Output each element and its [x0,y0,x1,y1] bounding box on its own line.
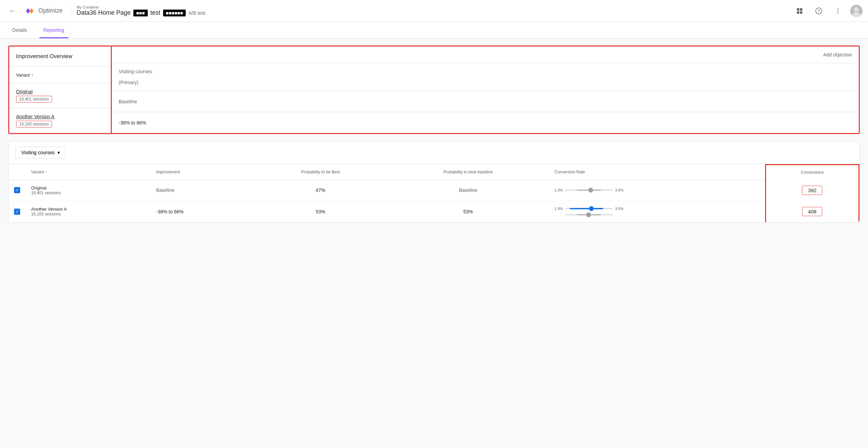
row1-conversion-box: 392 [802,186,822,195]
another-row: Another Version A 16,165 sessions [9,108,111,133]
more-button[interactable] [831,4,845,18]
svg-rect-2 [800,8,802,11]
data-table-card: Visiting courses ▾ Variant ↑ Improvement… [8,141,860,223]
overview-title: Improvement Overview [9,47,111,67]
visiting-courses-dropdown[interactable]: Visiting courses ▾ [15,147,66,158]
row2-rate-row-blue: 1.9% 3.9% [554,207,759,211]
grid-button[interactable] [793,4,806,18]
row1-slider-thumb [588,188,593,193]
improvement-overview-card: Improvement Overview Variant ↑ Original … [8,45,860,134]
badge2: ■■■■■■ [163,10,186,16]
original-row: Original 16,401 sessions [9,83,111,108]
row2-conversion-box: 408 [802,207,822,216]
row2-checkbox: ✓ [9,201,26,222]
original-sessions-text: 16,401 sessions [31,190,145,195]
svg-rect-1 [797,8,799,11]
svg-point-9 [838,12,839,13]
svg-text:?: ? [817,9,820,14]
checkbox-another[interactable]: ✓ [14,209,20,215]
experiment-name: Data36 Home Page [77,9,131,16]
original-improvement-row: Baseline [112,91,859,112]
row1-rate-row: 1.9% 3.8% [554,188,759,192]
row1-conversions: 392 [765,180,859,201]
row2-conversion-rate: 1.9% 3.9% 1.9% [549,201,765,222]
row2-slider-track-blue [565,208,613,209]
overview-grid: Improvement Overview Variant ↑ Original … [9,47,859,133]
svg-point-7 [838,8,839,9]
row1-prob-baseline: Baseline [387,180,549,201]
row2-prob-baseline: 53% [387,201,549,222]
user-avatar[interactable] [850,5,863,17]
th-checkbox [9,165,26,180]
row2-rate-max: 3.9% [615,207,623,211]
row2-slider-thumb-gray [586,212,591,217]
another-sessions-badge: 16,165 sessions [16,121,52,128]
row1-prob-best: 47% [254,180,387,201]
row1-conversion-rate: 1.9% 3.8% [549,180,765,201]
row2-slider-track-gray [565,214,613,215]
row2-variant: Another Version A 16,165 sessions [26,201,151,222]
row1-rate-max: 3.8% [615,188,623,192]
row1-variant: Original 16,401 sessions [26,180,151,201]
original-name: Original [16,89,104,94]
row1-improvement: Baseline [151,180,254,201]
row2-rate-row-gray: 1.9% 3.9% [554,213,759,217]
results-table: Variant ↑ Improvement Probability to be … [9,164,859,222]
th-conversions: Conversions [765,165,859,180]
th-improvement: Improvement [151,165,254,180]
data-card-header: Visiting courses ▾ [9,141,859,164]
th-variant: Variant ↑ [26,165,151,180]
th-conversion-rate: Conversion Rate [549,165,765,180]
experiment-title: Data36 Home Page ■■■ test ■■■■■■ A/B tes… [77,9,793,16]
row1-slider-track [565,189,613,191]
table-header-row: Variant ↑ Improvement Probability to be … [9,165,859,180]
checkbox-original[interactable]: ✓ [14,187,20,193]
another-name: Another Version A [16,114,104,119]
header-actions: ? [793,4,863,18]
experiment-info: My Container Data36 Home Page ■■■ test ■… [77,5,793,16]
row2-slider-fill-blue [570,208,603,209]
another-sessions-text: 16,165 sessions [31,212,145,216]
row2-slider-thumb-blue [589,206,594,211]
help-button[interactable]: ? [812,4,826,18]
row2-prob-best: 53% [254,201,387,222]
svg-point-11 [854,7,859,12]
dropdown-chevron-icon: ▾ [57,150,60,155]
logo: Optimize [23,5,63,17]
svg-rect-4 [800,11,802,14]
th-prob-best: Probability to be Best [254,165,387,180]
row2-rate-wrapper: 1.9% 3.9% 1.9% [554,207,759,217]
overview-left-col: Improvement Overview Variant ↑ Original … [9,47,112,133]
svg-rect-3 [797,11,799,14]
table-row: ✓ Another Version A 16,165 sessions -38%… [9,201,859,222]
tab-reporting[interactable]: Reporting [39,22,68,38]
row1-checkbox: ✓ [9,180,26,201]
add-objective[interactable]: Add objective [112,47,859,63]
row1-rate-min: 1.9% [554,188,563,192]
original-sessions-badge: 16,401 sessions [16,96,52,103]
another-improvement-row: -38% to 66% [112,112,859,133]
original-improvement-value: Baseline [119,99,137,104]
visiting-courses-label: Visiting courses (Primary) [119,69,152,85]
tab-bar: Details Reporting [0,22,868,39]
visiting-header-row: Visiting courses (Primary) [112,63,859,91]
svg-point-8 [838,10,839,11]
variant-col-header: Variant ↑ [16,73,33,78]
back-button[interactable]: ← [5,4,19,18]
tab-details[interactable]: Details [8,22,31,38]
row2-rate-min: 1.9% [554,207,563,211]
original-variant-name: Original [31,185,145,190]
main-content: Improvement Overview Variant ↑ Original … [0,39,868,229]
th-prob-baseline: Probability to beat baseline [387,165,549,180]
row2-conversions: 408 [765,201,859,222]
ab-test-label: A/B test [188,10,205,16]
overview-right-col: Add objective Visiting courses (Primary)… [112,47,859,133]
header-divider [71,5,71,16]
app-header: ← Optimize My Container Data36 Home Page… [0,0,868,22]
row2-improvement: -38% to 66% [151,201,254,222]
variant-header-row: Variant ↑ [9,67,111,83]
dropdown-label: Visiting courses [21,150,55,155]
table-row: ✓ Original 16,401 sessions Baseline 47% … [9,180,859,201]
another-improvement-value: -38% to 66% [119,120,146,126]
badge1: ■■■ [133,10,147,16]
